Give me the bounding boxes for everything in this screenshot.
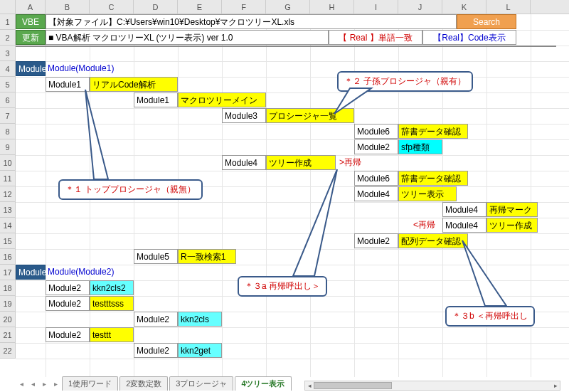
spreadsheet-grid[interactable]: VBE 【対象ファイル】C:¥Users¥win10¥Desktop¥マクロツリ… [16,14,569,377]
sheet-tab-1[interactable]: 1使用ワード [62,376,118,391]
module2-header: Module(Module2) [46,265,116,280]
row-header[interactable]: 18 [0,280,16,296]
row-header[interactable]: 13 [0,202,16,218]
analysis-title: ■ VBA解析 マクロツリーXL (ツリー表示) ver 1.0 [46,30,329,45]
recursion-back-marker: <再帰 [411,218,437,233]
row-header[interactable]: 2 [0,30,16,46]
cell-module[interactable]: Module6 [354,124,398,139]
cell-module[interactable]: Module4 [442,202,486,217]
target-file-path: 【対象ファイル】C:¥Users¥win10¥Desktop¥マクロツリーXL.… [46,14,457,29]
row-header[interactable]: 7 [0,108,16,124]
cell-proc[interactable]: testttsss [90,296,134,311]
cell-proc[interactable]: kkn2get [178,343,222,358]
cell-module[interactable]: Module6 [354,171,398,186]
svg-marker-0 [85,90,108,179]
cell-module[interactable]: Module2 [46,296,90,311]
cell-module[interactable]: Module2 [354,233,398,248]
callout-2: ＊２ 子孫プロシージャ（親有） [337,71,473,92]
cell-proc[interactable]: 辞書データ確認 [398,171,468,186]
callout-1: ＊１ トッププロシージャ（親無） [58,179,203,200]
cell-module[interactable]: Module2 [134,343,178,358]
row-header[interactable]: 5 [0,77,16,92]
cell-module[interactable]: Module1 [46,77,90,92]
row-header[interactable]: 4 [0,61,16,77]
vbe-button[interactable]: VBE [16,14,46,29]
cell-proc[interactable]: ツリー作成 [266,155,336,170]
row-header[interactable]: 21 [0,327,16,343]
sheet-tab-2[interactable]: 2変数定数 [119,376,168,391]
cell-module[interactable]: Module2 [46,280,90,295]
cell-proc[interactable]: 再帰マーク [486,202,538,217]
cell-proc[interactable]: R一致検索1 [178,249,236,264]
horizontal-scrollbar[interactable]: ◂ ▸ [304,381,560,391]
row-header[interactable]: 19 [0,296,16,312]
cell-module[interactable]: Module4 [442,218,486,233]
cell-proc[interactable]: プロシージャ一覧 [266,108,354,123]
row-header[interactable]: 1 [0,14,16,30]
sheet-tabs: ◂ ◂ ▸ ▸ 1使用ワード 2変数定数 3プロシージャ 4ツリー表示 [16,376,292,391]
tab-prev-all-icon[interactable]: ◂ [16,380,26,388]
column-headers: A B C D E F G H I J K L [0,0,569,14]
cell-module[interactable]: Module3 [222,108,266,123]
cell-module[interactable]: Module2 [46,327,90,342]
row-header[interactable]: 10 [0,155,16,171]
row-header[interactable]: 16 [0,249,16,265]
tab-next-icon[interactable]: ▸ [39,380,49,388]
cell-proc[interactable]: testtt [90,327,134,342]
real-word-button[interactable]: 【 Real 】単語一致 [329,30,422,45]
scroll-thumb[interactable] [314,382,392,389]
module1-header: Module(Module1) [46,61,116,76]
module1-block: Module [16,61,46,76]
tab-prev-icon[interactable]: ◂ [28,380,38,388]
row-header[interactable]: 20 [0,312,16,327]
scroll-right-icon[interactable]: ▸ [551,381,560,390]
cell-module[interactable]: Module4 [354,186,398,201]
update-button[interactable]: 更新 [16,30,46,45]
cell-module[interactable]: Module2 [354,139,398,154]
row-header[interactable]: 22 [0,343,16,359]
cell-proc[interactable]: リアルCode解析 [90,77,178,92]
recursion-marker: >再帰 [337,155,363,170]
module2-block: Module [16,265,46,280]
row-header[interactable]: 3 [0,46,16,61]
cell-module[interactable]: Module4 [222,155,266,170]
cell-proc[interactable]: kkn2cls2 [90,280,134,295]
cell-proc[interactable]: sfp種類 [398,139,442,154]
svg-marker-2 [293,169,337,276]
sheet-tab-3[interactable]: 3プロシージャ [169,376,233,391]
row-header[interactable]: 15 [0,233,16,249]
row-header[interactable]: 11 [0,171,16,186]
row-header[interactable]: 9 [0,139,16,155]
cell-module[interactable]: Module2 [134,312,178,327]
cell-proc[interactable]: 配列データ確認 [398,233,468,248]
search-button[interactable]: Search [457,14,516,29]
cell-proc[interactable]: kkn2cls [178,312,222,327]
row-header[interactable]: 14 [0,218,16,233]
cell-proc[interactable]: マクロツリーメイン [178,92,266,107]
row-header[interactable]: 17 [0,265,16,280]
callout-3a: ＊３a 再帰呼出し＞ [238,276,327,297]
cell-module[interactable]: Module5 [134,249,178,264]
cell-proc[interactable]: ツリー表示 [398,186,457,201]
cell-module[interactable]: Module1 [134,92,178,107]
callout-3b: ＊３b ＜再帰呼出し [445,306,535,327]
row-header[interactable]: 6 [0,92,16,108]
cell-proc[interactable]: 辞書データ確認 [398,124,468,139]
tab-next-all-icon[interactable]: ▸ [50,380,60,388]
row-header[interactable]: 12 [0,186,16,202]
scroll-left-icon[interactable]: ◂ [305,381,314,390]
real-code-button[interactable]: 【Real】Code表示 [422,30,516,45]
cell-proc[interactable]: ツリー作成 [486,218,538,233]
sheet-tab-4[interactable]: 4ツリー表示 [235,376,291,391]
row-header[interactable]: 8 [0,124,16,139]
